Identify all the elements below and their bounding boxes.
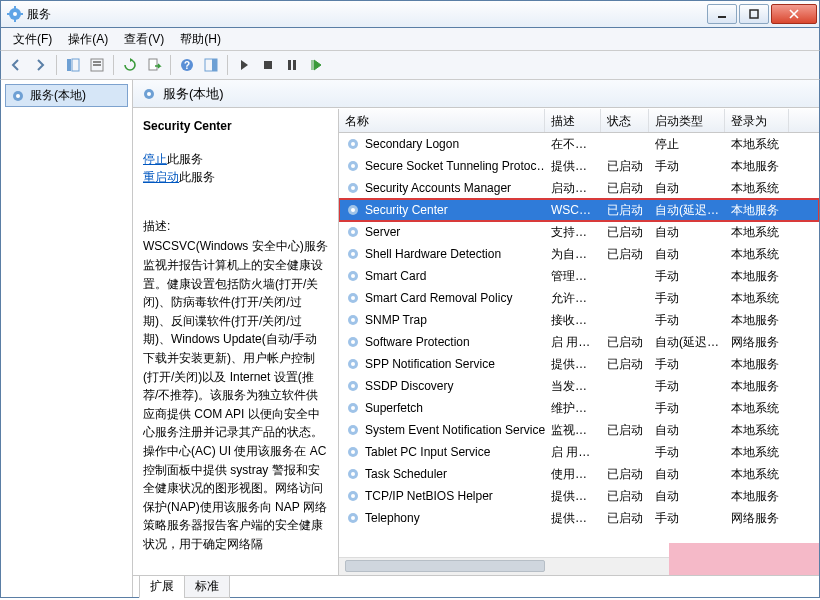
stop-service-link[interactable]: 停止 [143,152,167,166]
cell-desc: 允许… [545,290,601,307]
console-tree[interactable]: 服务(本地) [1,80,133,597]
gear-icon [141,86,157,102]
cell-logon: 本地服务 [725,268,789,285]
window-title: 服务 [27,6,705,23]
gear-icon [345,444,361,460]
scrollbar-thumb[interactable] [345,560,545,572]
panel-header: 服务(本地) [133,80,819,108]
col-desc[interactable]: 描述 [545,109,601,132]
service-row[interactable]: Secure Socket Tunneling Protoc…提供…已启动手动本… [339,155,819,177]
action-pane-button[interactable] [200,54,222,76]
svg-text:?: ? [184,60,190,71]
svg-rect-2 [14,6,16,9]
cell-start: 手动 [649,444,725,461]
svg-point-44 [351,340,355,344]
service-row[interactable]: Tablet PC Input Service启 用…手动本地系统 [339,441,819,463]
gear-icon [345,136,361,152]
tab-extended[interactable]: 扩展 [139,576,185,598]
menu-view[interactable]: 查看(V) [116,29,172,50]
svg-rect-4 [7,13,10,15]
menu-action[interactable]: 操作(A) [60,29,116,50]
service-row[interactable]: Secondary Logon在不…停止本地系统 [339,133,819,155]
back-button[interactable] [5,54,27,76]
svg-rect-3 [14,19,16,22]
cell-state: 已启动 [601,180,649,197]
gear-icon [345,466,361,482]
cell-state: 已启动 [601,334,649,351]
gear-icon [345,180,361,196]
tree-node-label: 服务(本地) [30,87,86,104]
tab-standard[interactable]: 标准 [184,576,230,598]
col-name[interactable]: 名称 [339,109,545,132]
svg-point-1 [13,12,17,16]
service-row[interactable]: Software Protection启 用…已启动自动(延迟…网络服务 [339,331,819,353]
refresh-button[interactable] [119,54,141,76]
cell-start: 自动 [649,422,725,439]
cell-name: SNMP Trap [339,312,545,328]
gear-icon [345,312,361,328]
gear-icon [345,378,361,394]
service-row[interactable]: SPP Notification Service提供…已启动手动本地服务 [339,353,819,375]
cell-desc: 提供… [545,510,601,527]
gear-icon [345,334,361,350]
cell-logon: 本地系统 [725,290,789,307]
stop-service-button[interactable] [257,54,279,76]
restart-service-link[interactable]: 重启动 [143,170,179,184]
col-start[interactable]: 启动类型 [649,109,725,132]
cell-desc: 启 用… [545,444,601,461]
cell-name: SSDP Discovery [339,378,545,394]
cell-start: 自动 [649,488,725,505]
col-logon[interactable]: 登录为 [725,109,789,132]
main-panel: 服务(本地) Security Center 停止此服务 重启动此服务 描述: … [133,80,819,597]
cell-name: Task Scheduler [339,466,545,482]
export-list-button[interactable] [143,54,165,76]
description-label: 描述: [143,217,328,236]
service-list: 名称 描述 状态 启动类型 登录为 Secondary Logon在不…停止本地… [339,109,819,575]
minimize-button[interactable] [707,4,737,24]
title-bar: 服务 [0,0,820,28]
service-row[interactable]: Security Accounts Manager启动…已启动自动本地系统 [339,177,819,199]
help-button[interactable]: ? [176,54,198,76]
close-button[interactable] [771,4,817,24]
menu-bar: 文件(F) 操作(A) 查看(V) 帮助(H) [0,28,820,50]
cell-logon: 网络服务 [725,510,789,527]
service-row[interactable]: Task Scheduler使用…已启动自动本地系统 [339,463,819,485]
service-row[interactable]: Superfetch维护…手动本地系统 [339,397,819,419]
service-row[interactable]: SNMP Trap接收…手动本地服务 [339,309,819,331]
svg-rect-19 [288,60,291,70]
cell-start: 手动 [649,356,725,373]
cell-start: 自动 [649,224,725,241]
service-row[interactable]: Smart Card管理…手动本地服务 [339,265,819,287]
cell-logon: 本地系统 [725,400,789,417]
service-row[interactable]: Server支持…已启动自动本地系统 [339,221,819,243]
restart-service-button[interactable] [305,54,327,76]
start-service-button[interactable] [233,54,255,76]
cell-logon: 本地系统 [725,422,789,439]
service-row[interactable]: Smart Card Removal Policy允许…手动本地系统 [339,287,819,309]
service-row[interactable]: Shell Hardware Detection为自…已启动自动本地系统 [339,243,819,265]
service-row[interactable]: Telephony提供…已启动手动网络服务 [339,507,819,529]
maximize-button[interactable] [739,4,769,24]
cell-name: Secondary Logon [339,136,545,152]
service-rows[interactable]: Secondary Logon在不…停止本地系统Secure Socket Tu… [339,133,819,557]
cell-state: 已启动 [601,158,649,175]
cell-name: System Event Notification Service [339,422,545,438]
service-row[interactable]: SSDP Discovery当发…手动本地服务 [339,375,819,397]
service-row[interactable]: Security CenterWSC…已启动自动(延迟…本地服务 [339,199,819,221]
menu-file[interactable]: 文件(F) [5,29,60,50]
cell-desc: 维护… [545,400,601,417]
pause-service-button[interactable] [281,54,303,76]
svg-point-54 [351,450,355,454]
forward-button[interactable] [29,54,51,76]
service-row[interactable]: TCP/IP NetBIOS Helper提供…已启动自动本地服务 [339,485,819,507]
show-hide-tree-button[interactable] [62,54,84,76]
col-state[interactable]: 状态 [601,109,649,132]
menu-help[interactable]: 帮助(H) [172,29,229,50]
svg-point-56 [351,472,355,476]
cell-name: Server [339,224,545,240]
tree-node-services-local[interactable]: 服务(本地) [5,84,128,107]
cell-state: 已启动 [601,224,649,241]
description-text: WSCSVC(Windows 安全中心)服务监视并报告计算机上的安全健康设置。健… [143,237,328,553]
service-row[interactable]: System Event Notification Service监视…已启动自… [339,419,819,441]
properties-button[interactable] [86,54,108,76]
